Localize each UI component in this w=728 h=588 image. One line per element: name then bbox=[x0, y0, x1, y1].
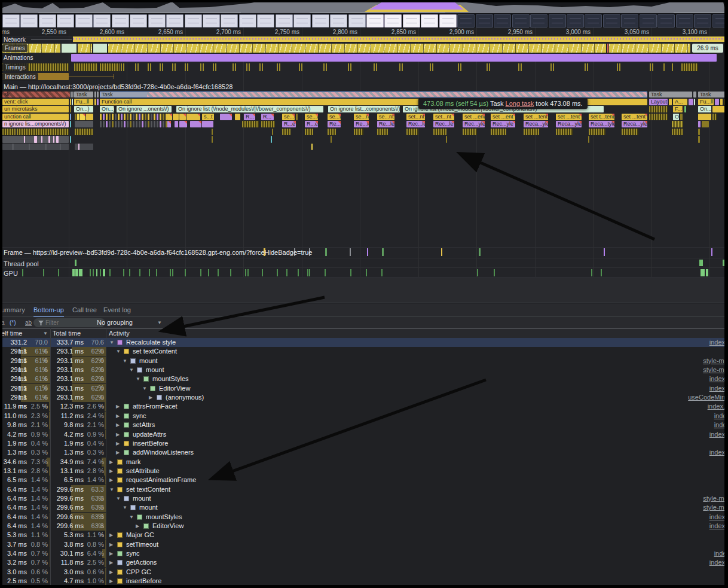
frame-segment[interactable] bbox=[62, 44, 77, 53]
column-separator[interactable] bbox=[50, 328, 51, 588]
flame-bar[interactable]: s...t bbox=[202, 114, 214, 120]
screenshot-thumbnail[interactable] bbox=[421, 14, 438, 28]
flame-bar[interactable] bbox=[433, 129, 446, 135]
screenshot-thumbnail[interactable] bbox=[130, 14, 147, 28]
activity-label[interactable]: set textContent bbox=[126, 485, 170, 494]
flame-bar[interactable] bbox=[588, 136, 589, 143]
flame-bar[interactable] bbox=[446, 136, 447, 143]
activity-label[interactable]: EditorView bbox=[152, 522, 183, 531]
flame-bar[interactable] bbox=[296, 114, 298, 120]
activity-label[interactable]: mount bbox=[139, 357, 158, 365]
screenshot-thumbnail[interactable] bbox=[549, 14, 566, 28]
flame-bar[interactable] bbox=[79, 114, 85, 120]
flame-bar[interactable]: set...nt bbox=[406, 114, 425, 120]
activity-label[interactable]: CPP GC bbox=[126, 568, 151, 577]
screenshot-thumbnail[interactable] bbox=[384, 14, 402, 28]
screenshot-thumbnail[interactable] bbox=[403, 14, 420, 28]
flame-bar[interactable]: unction call bbox=[2, 114, 69, 120]
flame-bar[interactable] bbox=[698, 129, 700, 135]
flame-bar[interactable] bbox=[70, 114, 71, 120]
table-row[interactable]: 3.0 ms0.6 %3.0 ms0.6 %▶CPP GC bbox=[0, 568, 728, 577]
flame-bar[interactable] bbox=[56, 136, 59, 143]
flame-bar[interactable] bbox=[133, 121, 134, 127]
activity-label[interactable]: sync bbox=[126, 549, 140, 558]
flame-bar[interactable]: Rec...yle bbox=[491, 121, 515, 127]
expand-arrow-open[interactable]: ▼ bbox=[109, 485, 114, 494]
flame-bar[interactable] bbox=[491, 129, 506, 135]
timeline-ruler[interactable]: ms 2,550 ms2,600 ms2,650 ms2,700 ms2,750… bbox=[0, 28, 728, 37]
table-row[interactable]: 6.4 ms1.4 %299.6 ms63.3 %▼mountstyle-mod bbox=[0, 503, 728, 512]
screenshot-thumbnail[interactable] bbox=[257, 14, 274, 28]
flame-bar[interactable] bbox=[72, 99, 73, 105]
table-row[interactable]: 291.1 ms61.6 %293.1 ms62.0 %▼mountstyle-… bbox=[0, 365, 728, 374]
flame-bar[interactable]: R... bbox=[244, 114, 255, 120]
flame-bar[interactable]: Fu...ll bbox=[74, 99, 93, 105]
table-row[interactable]: 2.5 ms0.5 %4.7 ms1.0 %▶insertBefore bbox=[0, 577, 728, 586]
activity-label[interactable]: addWindowListeners bbox=[133, 448, 194, 457]
flame-bar[interactable]: set t...tent bbox=[589, 114, 614, 120]
table-row[interactable]: 291.1 ms61.6 %293.1 ms62.0 %▶(anonymous)… bbox=[0, 393, 728, 402]
expand-arrow-open[interactable]: ▼ bbox=[142, 384, 147, 393]
flame-bar[interactable] bbox=[331, 136, 332, 143]
flame-bar[interactable] bbox=[34, 136, 37, 143]
flame-bar[interactable] bbox=[136, 114, 137, 120]
flame-bar[interactable] bbox=[702, 121, 709, 127]
screenshot-thumbnail[interactable] bbox=[312, 14, 329, 28]
expand-arrow-open[interactable]: ▼ bbox=[123, 503, 127, 512]
main-thread-title[interactable]: Main — http://localhost:3000/projects/bd… bbox=[4, 83, 233, 90]
flame-bar[interactable] bbox=[649, 106, 668, 112]
flame-bar[interactable] bbox=[124, 114, 126, 120]
screenshot-thumbnail[interactable] bbox=[2, 14, 20, 28]
regex-icon[interactable]: (*) bbox=[10, 317, 16, 328]
flame-bar[interactable] bbox=[142, 121, 143, 127]
flame-bar[interactable] bbox=[672, 129, 683, 135]
table-row[interactable]: 3.4 ms0.7 %30.1 ms6.4 %▶syncindex. bbox=[0, 549, 728, 558]
screenshot-thumbnail[interactable] bbox=[57, 14, 74, 28]
flame-bar[interactable] bbox=[75, 129, 93, 135]
screenshot-thumbnail[interactable] bbox=[603, 14, 620, 28]
flame-bar[interactable] bbox=[282, 129, 290, 135]
screenshot-thumbnail[interactable] bbox=[293, 14, 311, 28]
activity-label[interactable]: insertBefore bbox=[133, 439, 168, 448]
flame-bar[interactable] bbox=[669, 99, 672, 105]
flame-bar[interactable]: n ignore lis...omponents\/) bbox=[2, 121, 69, 127]
table-row[interactable]: 5.3 ms1.1 %5.3 ms1.1 %▶Major GC bbox=[0, 531, 728, 540]
flame-bar[interactable] bbox=[305, 129, 313, 135]
frame-duration-badge[interactable]: 26.9 ms bbox=[692, 44, 723, 53]
table-row[interactable]: 291.1 ms61.6 %293.1 ms62.0 %▼set textCon… bbox=[0, 347, 728, 356]
frame-segment[interactable] bbox=[93, 44, 107, 53]
screenshot-thumbnail[interactable] bbox=[439, 14, 457, 28]
screenshot-thumbnail[interactable] bbox=[20, 14, 38, 28]
flame-bar[interactable]: R...e bbox=[282, 121, 296, 127]
flame-bar[interactable] bbox=[148, 114, 149, 120]
frame-segment[interactable] bbox=[609, 44, 690, 53]
activity-label[interactable]: Major GC bbox=[126, 531, 154, 540]
animations-track-bar[interactable] bbox=[71, 54, 717, 62]
screenshot-thumbnail[interactable] bbox=[457, 14, 475, 28]
flame-bar[interactable] bbox=[160, 121, 161, 127]
screenshot-thumbnail[interactable] bbox=[276, 14, 293, 28]
activity-label[interactable]: setTimeout bbox=[126, 540, 158, 549]
screenshot-filmstrip[interactable] bbox=[0, 14, 728, 28]
flame-bar[interactable] bbox=[622, 129, 638, 135]
frame-segment[interactable] bbox=[108, 44, 606, 53]
screenshot-thumbnail[interactable] bbox=[494, 14, 511, 28]
screenshot-thumbnail[interactable] bbox=[112, 14, 129, 28]
flame-bar[interactable] bbox=[160, 114, 161, 120]
flame-bar[interactable] bbox=[328, 129, 336, 135]
table-row[interactable]: 9.8 ms2.1 %9.8 ms2.1 %▶setAttrsindex. bbox=[0, 421, 728, 429]
flame-bar[interactable]: R... bbox=[261, 114, 274, 120]
flame-bar[interactable] bbox=[354, 129, 363, 135]
flame-bar[interactable] bbox=[109, 121, 111, 127]
match-whole-word-icon[interactable]: ab bbox=[25, 317, 32, 328]
grouping-select[interactable]: No grouping bbox=[97, 317, 133, 328]
flame-bar[interactable]: un microtasks bbox=[2, 106, 69, 112]
flame-bar[interactable]: Rec...le bbox=[406, 121, 425, 127]
expand-arrow-open[interactable]: ▼ bbox=[116, 494, 121, 503]
flame-bar[interactable] bbox=[145, 114, 146, 120]
flame-bar[interactable] bbox=[45, 144, 47, 150]
flame-bar[interactable] bbox=[173, 114, 179, 120]
track-label-thread-pool[interactable]: Thread pool bbox=[4, 260, 39, 267]
flame-bar[interactable] bbox=[41, 136, 42, 143]
flame-bar[interactable] bbox=[130, 114, 131, 120]
